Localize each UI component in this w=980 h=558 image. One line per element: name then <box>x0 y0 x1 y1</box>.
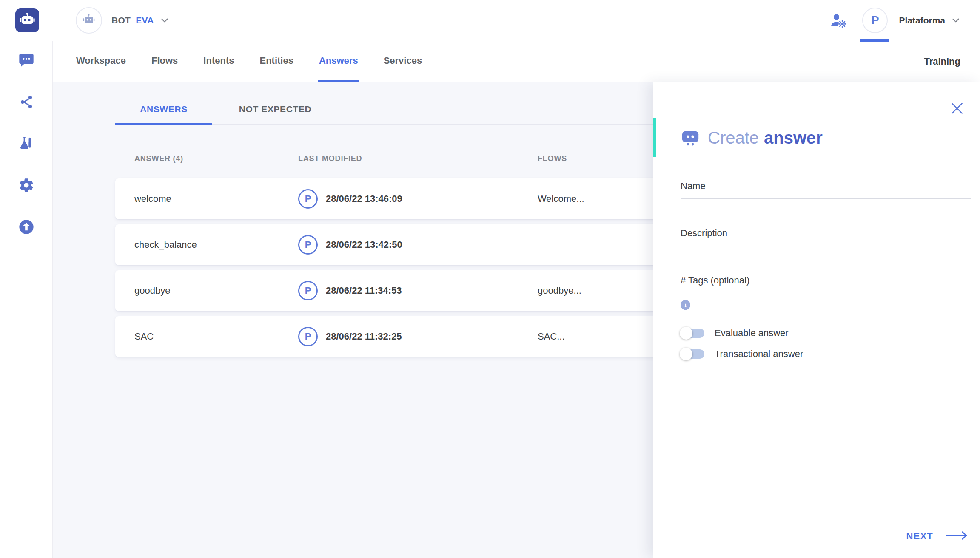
bot-avatar <box>76 7 102 34</box>
modified-by-avatar: P <box>298 235 318 255</box>
create-answer-panel: Create answer i Evaluable answer Transac… <box>653 82 980 558</box>
toggle-knob <box>680 327 692 340</box>
user-profile[interactable]: P <box>862 0 888 41</box>
column-modified: LAST MODIFIED <box>298 154 538 163</box>
row-flows: goodbye... <box>538 285 581 296</box>
evaluable-answer-toggle[interactable] <box>681 329 704 338</box>
user-avatar: P <box>862 8 888 33</box>
sidebar-item-settings[interactable] <box>17 177 35 195</box>
modified-by-avatar: P <box>298 281 318 300</box>
evaluable-answer-label: Evaluable answer <box>715 328 789 339</box>
row-flows: Welcome... <box>538 193 584 204</box>
tab-flows[interactable]: Flows <box>151 41 179 82</box>
transactional-answer-label: Transactional answer <box>715 348 803 360</box>
share-flow-icon <box>19 94 34 111</box>
chevron-down-icon[interactable] <box>950 15 961 26</box>
sidebar-item-publish[interactable] <box>17 219 35 237</box>
subtab-answers[interactable]: ANSWERS <box>115 104 212 125</box>
info-icon[interactable]: i <box>681 300 690 310</box>
modified-by-avatar: P <box>298 189 318 209</box>
tab-intents[interactable]: Intents <box>202 41 235 82</box>
user-admin-icon[interactable] <box>829 11 847 29</box>
transactional-answer-toggle[interactable] <box>681 349 704 359</box>
toggle-knob <box>680 348 692 360</box>
bot-label: BOT <box>111 15 131 25</box>
user-name: Plataforma <box>899 15 945 25</box>
column-answer: ANSWER (4) <box>115 154 298 163</box>
description-field <box>681 228 971 246</box>
panel-title: Create answer <box>681 128 980 147</box>
tags-field <box>681 275 971 293</box>
settings-gear-icon <box>18 177 34 195</box>
training-link[interactable]: Training <box>924 41 960 82</box>
chat-bubble-icon <box>681 128 700 147</box>
test-flask-icon <box>18 136 34 153</box>
sidebar-item-conversations[interactable] <box>17 52 35 70</box>
name-field <box>681 181 971 199</box>
answer-name: SAC <box>115 331 298 342</box>
publish-upload-icon <box>18 218 35 237</box>
sidebar <box>0 41 53 558</box>
last-modified: 28/06/22 13:46:09 <box>326 193 538 204</box>
tags-input[interactable] <box>681 275 971 293</box>
app-header: BOT EVA P Plataforma <box>0 0 980 41</box>
last-modified: 28/06/22 11:34:53 <box>326 285 538 296</box>
arrow-right-icon <box>945 530 968 543</box>
tab-entities[interactable]: Entities <box>259 41 294 82</box>
active-profile-indicator <box>860 39 889 42</box>
chat-bubble-icon <box>18 52 35 71</box>
next-button[interactable]: NEXT <box>906 530 968 543</box>
name-input[interactable] <box>681 181 971 199</box>
answer-name: welcome <box>115 193 298 204</box>
bot-name: EVA <box>136 15 154 25</box>
panel-toggles: Evaluable answer Transactional answer <box>681 326 980 361</box>
answer-name: goodbye <box>115 285 298 296</box>
answers-subtabs: ANSWERS NOT EXPECTED <box>115 104 653 125</box>
subtab-not-expected[interactable]: NOT EXPECTED <box>227 104 324 125</box>
panel-accent-bar <box>653 118 656 157</box>
description-input[interactable] <box>681 228 971 246</box>
main-nav: Workspace Flows Intents Entities Answers… <box>53 41 980 82</box>
bot-face-icon <box>82 12 96 28</box>
header-right: P Plataforma <box>829 0 961 41</box>
answer-name: check_balance <box>115 239 298 250</box>
modified-by-avatar: P <box>298 327 318 346</box>
chevron-down-icon[interactable] <box>159 15 170 26</box>
bot-selector[interactable]: BOT EVA <box>76 7 170 34</box>
panel-title-subject: answer <box>764 128 823 147</box>
row-flows: SAC... <box>538 331 565 342</box>
sidebar-item-flows[interactable] <box>17 94 35 112</box>
transactional-answer-row: Transactional answer <box>681 347 980 361</box>
evaluable-answer-row: Evaluable answer <box>681 326 980 340</box>
next-label: NEXT <box>906 531 933 542</box>
tab-services[interactable]: Services <box>383 41 423 82</box>
app-logo[interactable] <box>15 8 39 32</box>
close-icon <box>949 111 966 118</box>
last-modified: 28/06/22 11:32:25 <box>326 331 538 342</box>
robot-logo-icon <box>19 11 36 30</box>
panel-form <box>681 181 971 293</box>
close-panel-button[interactable] <box>949 100 966 117</box>
last-modified: 28/06/22 13:42:50 <box>326 239 538 250</box>
sidebar-item-test[interactable] <box>17 136 35 153</box>
panel-title-prefix: Create <box>708 128 759 147</box>
tab-answers[interactable]: Answers <box>318 41 359 82</box>
tab-workspace[interactable]: Workspace <box>75 41 127 82</box>
